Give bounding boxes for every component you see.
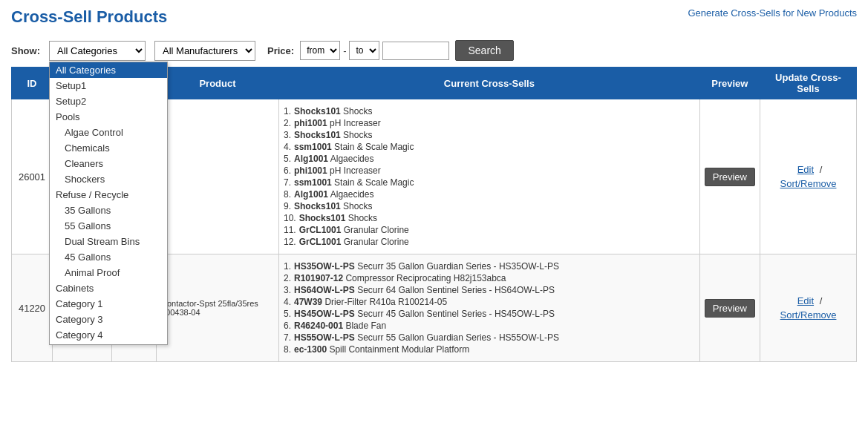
list-item: 4.ssm1001 Stain & Scale Magic [284, 141, 695, 153]
list-item: 8.ec-1300 Spill Containment Modular Plat… [284, 344, 695, 355]
list-item: 6.R46240-001 Blade Fan [284, 320, 695, 332]
row-update-0: Edit / Sort/Remove [760, 99, 857, 254]
list-item: 3.Shocks101 Shocks [284, 129, 695, 141]
row-id-1: 41220 [12, 254, 53, 362]
edit-button-1[interactable]: Edit [794, 294, 817, 308]
dropdown-item-shockers[interactable]: Shockers [50, 171, 167, 187]
price-label: Price: [267, 45, 294, 56]
dropdown-item-refuse-recycle[interactable]: Refuse / Recycle [50, 187, 167, 203]
preview-button-0[interactable]: Preview [705, 168, 755, 186]
list-item: 9.Shocks101 Shocks [284, 200, 695, 212]
col-preview: Preview [699, 68, 760, 99]
list-item: 2.R101907-12 Compressor Reciprocating H8… [284, 272, 695, 284]
dropdown-item-algae-control[interactable]: Algae Control [50, 125, 167, 140]
edit-button-0[interactable]: Edit [794, 162, 817, 177]
col-id: ID [12, 68, 53, 99]
list-item: 2.phi1001 pH Increaser [284, 117, 695, 129]
price-dash: - [343, 45, 346, 56]
show-label: Show: [11, 45, 40, 56]
list-item: 7.HS55OW-L-PS Securr 55 Gallon Guardian … [284, 332, 695, 344]
sort-remove-button-1[interactable]: Sort/Remove [777, 308, 840, 322]
col-crosssells: Current Cross-Sells [279, 68, 700, 99]
generate-crosssells-link[interactable]: Generate Cross-Sells for New Products [688, 7, 857, 19]
preview-button-1[interactable]: Preview [705, 299, 755, 318]
dropdown-item-category1[interactable]: Category 1 [50, 296, 167, 312]
row-id-0: 26001 [12, 99, 53, 254]
dropdown-item-dual-stream-bins[interactable]: Dual Stream Bins [50, 234, 167, 249]
row-crosssells-0: 1.Shocks101 Shocks2.phi1001 pH Increaser… [279, 99, 700, 254]
dropdown-item-all-categories[interactable]: All Categories [50, 62, 167, 78]
dropdown-item-45gallons[interactable]: 45 Gallons [50, 249, 167, 265]
list-item: 4.47W39 Drier-Filter R410a R100214-05 [284, 296, 695, 308]
dropdown-item-cleaners[interactable]: Cleaners [50, 156, 167, 171]
list-item: 6.phi1001 pH Increaser [284, 165, 695, 177]
list-item: 8.Alg1001 Algaecides [284, 188, 695, 200]
list-item: 5.HS45OW-L-PS Securr 45 Gallon Sentinel … [284, 308, 695, 320]
category-dropdown-container: All Categories All Categories Setup1 Set… [49, 41, 146, 61]
row-update-1: Edit / Sort/Remove [760, 254, 857, 362]
row-product-0 [157, 99, 279, 254]
list-item: 7.ssm1001 Stain & Scale Magic [284, 177, 695, 188]
dropdown-item-chemicals[interactable]: Chemicals [50, 140, 167, 156]
dropdown-item-35gallons[interactable]: 35 Gallons [50, 203, 167, 218]
dropdown-item-cabinets[interactable]: Cabinets [50, 280, 167, 296]
dropdown-item-pools[interactable]: Pools [50, 109, 167, 125]
price-value-input[interactable] [382, 42, 449, 60]
dropdown-item-setup1[interactable]: Setup1 [50, 78, 167, 93]
sort-remove-button-0[interactable]: Sort/Remove [777, 177, 840, 191]
dropdown-item-animal-proof[interactable]: Animal Proof [50, 265, 167, 280]
row-preview-1: Preview [699, 254, 760, 362]
dropdown-item-55gallons[interactable]: 55 Gallons [50, 218, 167, 234]
dropdown-item-setup2[interactable]: Setup2 [50, 93, 167, 109]
dropdown-item-category3[interactable]: Category 3 [50, 312, 167, 327]
price-to-select[interactable]: to [349, 41, 379, 60]
price-from-select[interactable]: from [300, 41, 340, 60]
search-button[interactable]: Search [455, 40, 513, 61]
list-item: 5.Alg1001 Algaecides [284, 153, 695, 165]
row-product-1: Contactor-Spst 25fla/35res 100438-04 [157, 254, 279, 362]
manufacturer-select[interactable]: All Manufacturers [154, 41, 255, 61]
list-item: 1.Shocks101 Shocks [284, 105, 695, 117]
list-item: 12.GrCL1001 Granular Clorine [284, 236, 695, 248]
col-product: Product [157, 68, 279, 99]
col-update: Update Cross-Sells [760, 68, 857, 99]
category-dropdown-menu: All Categories Setup1 Setup2 Pools Algae… [49, 62, 168, 345]
row-crosssells-1: 1.HS35OW-L-PS Securr 35 Gallon Guardian … [279, 254, 700, 362]
list-item: 10.Shocks101 Shocks [284, 212, 695, 224]
dropdown-item-category4[interactable]: Category 4 [50, 327, 167, 343]
list-item: 3.HS64OW-L-PS Securr 64 Gallon Sentinel … [284, 284, 695, 296]
row-preview-0: Preview [699, 99, 760, 254]
dropdown-item-category5[interactable]: Category 5 [50, 343, 167, 344]
toolbar: Show: All Categories All Categories Setu… [11, 40, 857, 61]
price-group: Price: from - to [267, 41, 449, 60]
category-select[interactable]: All Categories [49, 41, 146, 61]
list-item: 11.GrCL1001 Granular Clorine [284, 224, 695, 236]
list-item: 1.HS35OW-L-PS Securr 35 Gallon Guardian … [284, 260, 695, 272]
